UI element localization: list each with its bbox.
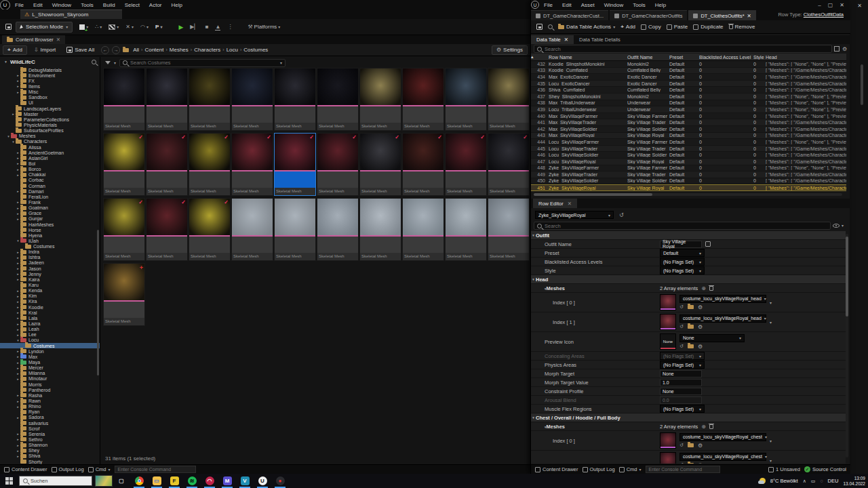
edit-icon[interactable]: ⚙ bbox=[698, 304, 703, 310]
caret-down-icon[interactable]: ▾ bbox=[11, 140, 16, 144]
close-icon[interactable]: ✕ bbox=[564, 37, 568, 43]
remove-button[interactable]: Remove bbox=[729, 24, 755, 30]
expand-chevron-icon[interactable]: ▾ bbox=[770, 439, 772, 443]
menu-item-window[interactable]: Window bbox=[47, 2, 76, 8]
tree-item-alissa[interactable]: Alissa bbox=[0, 144, 100, 150]
caret-right-icon[interactable]: ▸ bbox=[16, 405, 20, 409]
eject-button[interactable]: ▲ bbox=[212, 22, 223, 33]
add-element-icon[interactable]: ⊕ bbox=[701, 285, 706, 291]
row-select-dropdown[interactable]: Zyke_SkyVillageRoyal ▾ bbox=[535, 211, 614, 219]
desktop-preview[interactable] bbox=[95, 475, 113, 487]
table-row[interactable]: 438Max_TribalUnderwearUnderwearDefault00… bbox=[531, 100, 846, 107]
close-icon[interactable]: ✕ bbox=[568, 201, 572, 207]
browse-to-icon[interactable] bbox=[688, 443, 694, 447]
output-log-button[interactable]: Output Log bbox=[583, 466, 615, 472]
caret-right-icon[interactable]: ▸ bbox=[16, 432, 20, 436]
browse-to-asset-icon[interactable] bbox=[548, 24, 553, 29]
asset-tile[interactable]: ✓costume_locu_skyVillageTrader_chestSkel… bbox=[103, 198, 145, 261]
mesh-asset-dropdown[interactable]: costume_locu_skyVillageRoyal_chest▾ bbox=[679, 433, 766, 441]
caret-right-icon[interactable]: ▸ bbox=[16, 73, 20, 77]
edit-icon[interactable]: ⚙ bbox=[698, 344, 703, 350]
caret-right-icon[interactable]: ▸ bbox=[16, 90, 20, 94]
tree-root-row[interactable]: ▾ WildLifeC bbox=[0, 57, 100, 66]
output-log-button[interactable]: Output Log bbox=[52, 466, 84, 472]
panel-tab-data-table[interactable]: Data Table✕ bbox=[531, 35, 574, 44]
column-header-row-name[interactable]: Row Name bbox=[549, 55, 627, 60]
asset-tile[interactable]: ✓costume_locu_skyVillageSoldier_chestSke… bbox=[359, 133, 401, 196]
tree-item-corbac[interactable]: Corbac bbox=[0, 178, 100, 183]
asset-tile[interactable]: costume_locu_exoticDancer_chestSkeletal … bbox=[146, 68, 188, 131]
use-selected-icon[interactable]: ↺ bbox=[679, 443, 684, 448]
caret-down-icon[interactable]: ▾ bbox=[16, 239, 20, 243]
console-command-input[interactable]: Enter Console Command bbox=[115, 466, 196, 473]
asset-tile[interactable]: ✓costume_locu_skyVillageTrader_legsSkele… bbox=[189, 198, 231, 261]
weather-label[interactable]: 8°C Bewölkt bbox=[770, 478, 798, 484]
level-tab[interactable]: ⚠ L_Showroom_Skyroom bbox=[20, 9, 122, 19]
use-selected-icon[interactable]: ↺ bbox=[679, 462, 684, 464]
menu-item-edit[interactable]: Edit bbox=[557, 2, 576, 8]
column-header-style[interactable]: Style bbox=[753, 55, 766, 60]
asset-tile[interactable]: costume_locu_exoticDancer_legsSkeletal M… bbox=[231, 68, 273, 131]
column-header-preset[interactable]: Preset bbox=[669, 55, 699, 60]
asset-tile[interactable]: costume_locu_pirate_feetSkeletal Mesh bbox=[402, 68, 444, 131]
tree-item-lala[interactable]: ▸Lala bbox=[0, 315, 100, 321]
dropdown-field[interactable]: (No Flags Set)▾ bbox=[660, 266, 705, 274]
caret-right-icon[interactable]: ▸ bbox=[16, 266, 20, 270]
delete-array-icon[interactable] bbox=[709, 424, 713, 429]
tree-item-jadeen[interactable]: ▸Jadeen bbox=[0, 260, 100, 266]
table-row[interactable]: 439Locu_TribalUnderwearUnderwearDefault0… bbox=[531, 106, 846, 113]
tree-item-jenny[interactable]: ▸Jenny bbox=[0, 271, 100, 277]
add-element-icon[interactable]: ⊕ bbox=[701, 424, 706, 430]
tree-scrollbar[interactable] bbox=[97, 230, 99, 375]
asset-tile[interactable]: costume_locu_exoticDancer_armsSkeletal M… bbox=[103, 68, 145, 131]
import-button[interactable]: ⇩Import bbox=[30, 45, 60, 55]
data-table-actions-button[interactable]: Data Table Actions▾ bbox=[558, 24, 615, 30]
caret-right-icon[interactable]: ▸ bbox=[16, 256, 20, 260]
section-header-head[interactable]: ▾Head bbox=[531, 275, 846, 284]
tree-item-gunjar[interactable]: ▸Gunjar bbox=[0, 216, 100, 222]
caret-right-icon[interactable]: ▸ bbox=[16, 277, 20, 281]
caret-right-icon[interactable]: ▸ bbox=[16, 393, 20, 397]
taskbar-app-mail[interactable]: M bbox=[220, 474, 235, 488]
asset-tile[interactable]: costume_locu_exoticDancer_headSkeletal M… bbox=[189, 68, 231, 131]
language-indicator[interactable]: DEU bbox=[828, 478, 839, 484]
caret-right-icon[interactable]: ▸ bbox=[16, 354, 20, 359]
menu-item-help[interactable]: Help bbox=[650, 2, 671, 8]
asset-tile[interactable]: costume_locu_tribalVillagerSex_legsSkele… bbox=[445, 198, 487, 261]
edit-icon[interactable]: ⚙ bbox=[698, 443, 703, 449]
menu-item-window[interactable]: Window bbox=[599, 2, 628, 8]
menu-item-asset[interactable]: Asset bbox=[576, 2, 599, 8]
tree-item-environment[interactable]: ▸Environment bbox=[0, 73, 100, 78]
table-row[interactable]: 449Zyke_SkyVillageTraderSky Village Trad… bbox=[531, 171, 846, 178]
view-options-icon[interactable] bbox=[834, 46, 840, 52]
save-icon[interactable] bbox=[536, 24, 542, 30]
tree-item-rasha[interactable]: ▸Rasha bbox=[0, 392, 100, 398]
caret-right-icon[interactable]: ▸ bbox=[16, 316, 20, 320]
close-icon[interactable]: ✕ bbox=[56, 37, 60, 43]
table-row[interactable]: 434Max_ExoticDancerExotic DancerDefault0… bbox=[531, 74, 846, 81]
undo-icon[interactable]: ↺ bbox=[619, 212, 624, 218]
tree-item-serenia[interactable]: ▸Serenia bbox=[0, 431, 100, 436]
tree-item-asiangirl[interactable]: ▸AsianGirl bbox=[0, 155, 100, 161]
asset-tile[interactable]: ✓costume_locu_skyVillageRoyal_legsSkelet… bbox=[317, 133, 359, 196]
menu-item-file[interactable]: File bbox=[10, 2, 28, 8]
asset-tile[interactable]: ✓costume_locu_skyVillageTrader_headSkele… bbox=[146, 198, 188, 261]
chevron-down-icon[interactable]: ▾ bbox=[842, 223, 844, 228]
tree-item-subsurfaceprofiles[interactable]: SubsurfaceProfiles bbox=[0, 128, 100, 134]
text-field[interactable]: 1.0 bbox=[660, 379, 702, 386]
breadcrumb-item[interactable]: Content bbox=[143, 47, 165, 53]
play-options-button[interactable]: ⋮ bbox=[224, 22, 235, 33]
table-row[interactable]: 447Locu_SkyVillageRoyalSky Village Royal… bbox=[531, 159, 846, 165]
tree-item-bol[interactable]: ▸Bol bbox=[0, 161, 100, 166]
caret-right-icon[interactable]: ▸ bbox=[16, 377, 20, 381]
cmd-button[interactable]: Cmd▾ bbox=[619, 466, 642, 472]
use-selected-icon[interactable]: ↺ bbox=[679, 304, 684, 310]
caret-right-icon[interactable]: ▸ bbox=[16, 366, 20, 370]
close-icon[interactable]: ✕ bbox=[747, 13, 751, 19]
tree-item-shiva[interactable]: ▸Shiva bbox=[0, 453, 100, 459]
platforms-button[interactable]: ⚒Platforms▾ bbox=[245, 22, 283, 33]
caret-right-icon[interactable]: ▸ bbox=[16, 289, 20, 293]
search-icon[interactable] bbox=[92, 60, 96, 64]
taskbar-app-recorder[interactable]: ● bbox=[273, 474, 288, 488]
menu-item-actor[interactable]: Actor bbox=[144, 2, 167, 8]
